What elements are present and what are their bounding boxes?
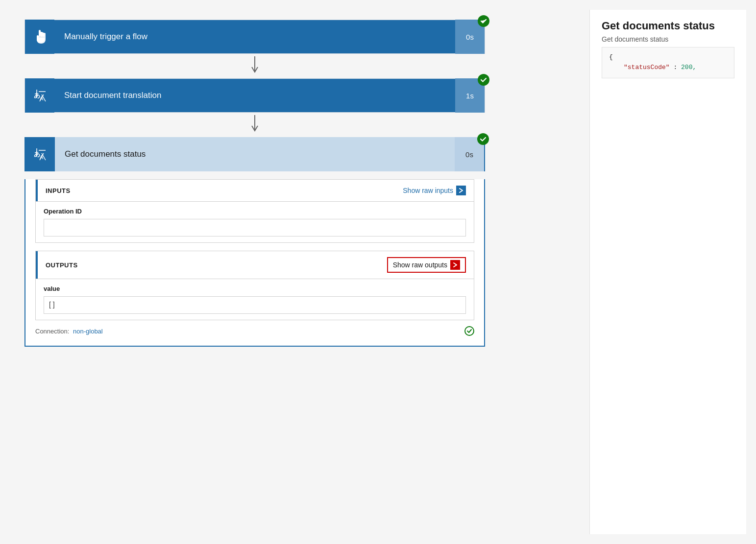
outputs-chevron-icon [450, 260, 460, 270]
status-detail-panel: INPUTS Show raw inputs Operation ID [24, 179, 485, 347]
status-step: あ A Get documents status 0s [24, 137, 490, 347]
show-raw-outputs-label: Show raw outputs [393, 261, 447, 269]
outputs-title: OUTPUTS [46, 261, 78, 269]
svg-rect-1 [41, 32, 43, 37]
status-card[interactable]: あ A Get documents status 0s [24, 137, 485, 171]
translation-card[interactable]: あ A Start document translation 1s [24, 78, 485, 113]
show-raw-outputs-link[interactable]: Show raw outputs [387, 257, 466, 273]
translate-icon-2: あ A [32, 146, 48, 162]
connection-label: Connection: [35, 328, 69, 335]
down-arrow-1 [249, 56, 261, 76]
status-icon-container: あ A [25, 137, 55, 171]
inputs-section: INPUTS Show raw inputs Operation ID [35, 179, 474, 243]
show-raw-inputs-link[interactable]: Show raw inputs [403, 186, 466, 195]
trigger-icon-container [25, 20, 54, 54]
down-arrow-2 [249, 115, 261, 135]
outputs-section: OUTPUTS Show raw outputs value [ ] [35, 251, 474, 320]
status-code-key: "statusCode" [624, 64, 670, 71]
translate-icon-1: あ A [32, 88, 48, 103]
connection-value[interactable]: non-global [73, 328, 103, 335]
status-code-value: 200, [681, 64, 696, 71]
trigger-success-badge [478, 15, 489, 27]
value-label: value [44, 285, 466, 292]
trigger-label: Manually trigger a flow [54, 20, 455, 54]
svg-rect-2 [43, 33, 45, 37]
hand-icon [32, 29, 48, 45]
colon: : [673, 64, 677, 71]
outputs-content: value [ ] [36, 279, 474, 320]
trigger-card[interactable]: Manually trigger a flow 0s [24, 20, 485, 54]
translation-success-badge [478, 74, 489, 86]
code-block: { "statusCode" : 200, [602, 47, 734, 78]
side-panel-title: Get documents status [602, 20, 734, 32]
operation-id-value [44, 219, 466, 237]
translation-label: Start document translation [54, 78, 455, 113]
translation-step: あ A Start document translation 1s [24, 78, 490, 113]
show-raw-inputs-label: Show raw inputs [403, 187, 453, 194]
inputs-title: INPUTS [46, 187, 71, 194]
inputs-content: Operation ID [36, 201, 474, 242]
connection-bar: Connection: non-global [25, 320, 484, 338]
side-panel: Get documents status Get documents statu… [589, 10, 746, 534]
arrow-1 [24, 54, 485, 78]
connection-check-icon [464, 326, 474, 336]
outputs-header: OUTPUTS Show raw outputs [36, 251, 474, 279]
side-panel-subtitle: Get documents status [602, 35, 734, 43]
value-content: [ ] [44, 296, 466, 314]
svg-rect-0 [39, 30, 41, 36]
translation-icon-container: あ A [25, 78, 54, 113]
inputs-chevron-icon [456, 186, 466, 195]
status-success-badge [477, 133, 489, 145]
operation-id-label: Operation ID [44, 208, 466, 215]
open-brace: { [609, 53, 613, 61]
connection-info: Connection: non-global [35, 328, 103, 335]
status-label: Get documents status [55, 137, 455, 171]
trigger-step: Manually trigger a flow 0s [24, 20, 490, 54]
inputs-header: INPUTS Show raw inputs [36, 180, 474, 201]
arrow-2 [24, 113, 485, 137]
